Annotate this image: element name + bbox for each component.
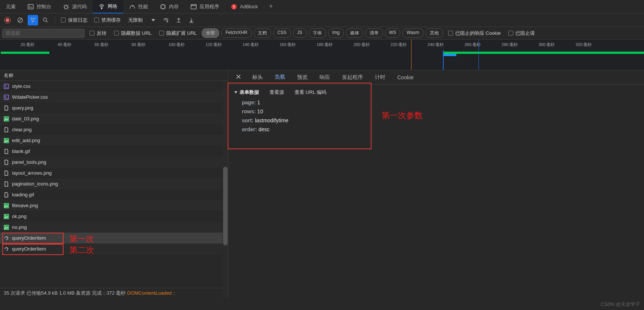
tab-label: 元素	[6, 3, 16, 10]
request-row[interactable]: ok.png	[0, 211, 228, 222]
preserve-log-checkbox[interactable]: 保留日志	[59, 17, 90, 24]
view-source-link[interactable]: 查看源	[269, 89, 284, 96]
svg-line-8	[19, 18, 22, 22]
request-name: queryOrderItem	[12, 235, 46, 241]
close-detail-button[interactable]	[231, 74, 246, 80]
tab-adblock[interactable]: AdBlock	[225, 0, 264, 13]
hide-data-url-checkbox[interactable]: 隐藏数据 URL	[112, 30, 154, 37]
timeline-tick: 160 毫秒	[280, 42, 296, 47]
request-name: query.png	[12, 105, 33, 111]
svg-rect-13	[4, 95, 9, 99]
blocked-cookie-checkbox[interactable]: 已阻止的响应 Cookie	[446, 30, 503, 37]
request-row[interactable]: loading.gif	[0, 189, 228, 200]
svg-rect-0	[28, 4, 33, 9]
request-row[interactable]: date_03.png	[0, 113, 228, 124]
request-row[interactable]: WdatePicker.css	[0, 92, 228, 102]
timeline-tick: 180 毫秒	[317, 42, 333, 47]
request-row[interactable]: blank.gif	[0, 146, 228, 157]
clear-button[interactable]	[15, 15, 25, 25]
type-filter-媒体[interactable]: 媒体	[346, 28, 363, 38]
svg-point-1	[65, 6, 68, 9]
svg-point-19	[5, 205, 6, 205]
request-name: blank.gif	[12, 148, 30, 154]
type-filter-WS[interactable]: WS	[385, 28, 400, 38]
type-filter-Img[interactable]: Img	[328, 28, 344, 38]
request-row[interactable]: filesave.png	[0, 200, 228, 211]
form-data-pair: sort:lastmodifytime	[242, 117, 638, 123]
timeline-tick: 320 毫秒	[576, 42, 592, 47]
detail-tab-timing[interactable]: 计时	[370, 72, 391, 83]
form-data-section-toggle[interactable]: 表单数据	[234, 89, 259, 96]
record-button[interactable]	[2, 15, 13, 25]
throttling-caret[interactable]	[148, 15, 158, 25]
type-filter-CSS[interactable]: CSS	[273, 28, 291, 38]
filter-toggle-button[interactable]	[28, 15, 38, 25]
timeline-tick: 300 毫秒	[539, 42, 555, 47]
type-filter-字体[interactable]: 字体	[309, 28, 326, 38]
upload-har-button[interactable]	[173, 15, 184, 25]
request-name: queryOrderItem	[12, 246, 46, 252]
disable-cache-checkbox[interactable]: 禁用缓存	[92, 17, 123, 24]
type-filter-文档[interactable]: 文档	[254, 28, 271, 38]
type-filter-Fetch/XHR[interactable]: Fetch/XHR	[221, 28, 252, 38]
timeline-tick: 220 毫秒	[391, 42, 407, 47]
tab-performance[interactable]: 性能	[123, 0, 154, 13]
request-row[interactable]: panel_tools.png	[0, 157, 228, 168]
svg-point-23	[5, 226, 6, 227]
timeline-overview[interactable]: 20 毫秒40 毫秒60 毫秒80 毫秒100 毫秒120 毫秒140 毫秒16…	[0, 40, 644, 70]
search-button[interactable]	[40, 15, 51, 25]
filter-input[interactable]	[2, 29, 84, 38]
type-filter-JS[interactable]: JS	[293, 28, 306, 38]
request-name: filesave.png	[12, 203, 38, 208]
detail-tab-headers[interactable]: 标头	[247, 72, 268, 83]
blocked-req-checkbox[interactable]: 已阻止请	[506, 30, 537, 37]
type-filter-Wasm[interactable]: Wasm	[403, 28, 423, 38]
detail-tab-preview[interactable]: 预览	[292, 72, 313, 83]
request-name: clear.png	[12, 127, 32, 132]
network-toolbar: 保留日志 禁用缓存 无限制	[0, 13, 644, 27]
hide-ext-url-checkbox[interactable]: 隐藏扩展 URL	[157, 30, 199, 37]
type-filter-其他[interactable]: 其他	[426, 28, 443, 38]
name-column-header[interactable]: 名称	[0, 70, 228, 81]
detail-tab-payload[interactable]: 负载	[269, 71, 290, 83]
adblock-icon	[231, 4, 237, 10]
request-row[interactable]: style.css	[0, 81, 228, 92]
request-row[interactable]: edit_add.png	[0, 135, 228, 146]
request-name: WdatePicker.css	[12, 94, 48, 100]
tab-sources[interactable]: 源代码	[57, 0, 93, 13]
network-conditions-button[interactable]	[161, 15, 171, 25]
add-tab-button[interactable]: +	[264, 3, 278, 10]
detail-tab-initiator[interactable]: 发起程序	[337, 72, 368, 83]
devtools-tabs: 元素 控制台 源代码 网络 性能 内存 应用程序 AdBlock +	[0, 0, 644, 13]
request-row[interactable]: pagination_icons.png	[0, 178, 228, 189]
tab-label: 控制台	[37, 3, 51, 10]
svg-point-9	[43, 18, 47, 21]
form-data-pair: page:1	[242, 99, 638, 105]
invert-checkbox[interactable]: 反转	[87, 30, 109, 37]
svg-point-2	[101, 8, 102, 9]
request-row[interactable]: layout_arrows.png	[0, 168, 228, 178]
app-icon	[191, 4, 197, 10]
tab-memory[interactable]: 内存	[154, 0, 185, 13]
tab-network[interactable]: 网络	[93, 0, 123, 13]
tab-elements[interactable]: 元素	[0, 0, 22, 13]
request-row[interactable]: query.png	[0, 102, 228, 113]
download-har-button[interactable]	[186, 15, 197, 25]
request-row[interactable]: queryOrderItem	[0, 243, 228, 254]
view-url-encoded-link[interactable]: 查看 URL 编码	[295, 89, 326, 96]
request-row[interactable]: no.png	[0, 222, 228, 233]
detail-tab-response[interactable]: 响应	[314, 72, 335, 83]
request-row[interactable]: clear.png	[0, 124, 228, 135]
type-filter-清单[interactable]: 清单	[366, 28, 383, 38]
detail-tab-cookies[interactable]: Cookie	[392, 72, 419, 83]
tab-application[interactable]: 应用程序	[185, 0, 225, 13]
tab-console[interactable]: 控制台	[22, 0, 57, 13]
filter-bar: 反转 隐藏数据 URL 隐藏扩展 URL 全部Fetch/XHR文档CSSJS字…	[0, 27, 644, 40]
svg-point-15	[5, 118, 6, 119]
throttling-select[interactable]: 无限制	[125, 17, 146, 24]
svg-point-17	[5, 139, 6, 140]
request-row[interactable]: queryOrderItem	[0, 233, 228, 243]
request-list[interactable]: style.cssWdatePicker.cssquery.pngdate_03…	[0, 81, 228, 288]
scrollbar[interactable]	[223, 81, 228, 298]
type-filter-全部[interactable]: 全部	[202, 28, 219, 38]
